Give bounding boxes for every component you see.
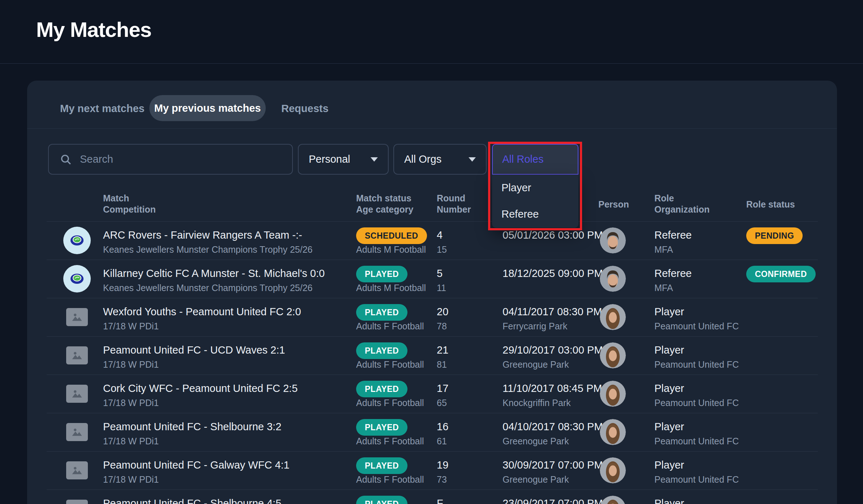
role: Player: [654, 459, 684, 471]
match-competition: Keanes Jewellers Munster Champions Troph…: [103, 283, 312, 293]
match-date: 30/09/2017 07:00 PM: [503, 459, 603, 471]
club-logo: [63, 265, 91, 292]
match-status-badge: SCHEDULED: [356, 227, 427, 244]
match-status-badge: PLAYED: [356, 266, 407, 282]
match-number: 81: [437, 359, 447, 370]
match-status-badge: PLAYED: [356, 342, 407, 359]
image-placeholder-icon: [66, 308, 88, 326]
match-competition: 17/18 W PDi1: [103, 321, 159, 332]
match-competition: 17/18 W PDi1: [103, 359, 159, 370]
match-competition: 17/18 W PDi1: [103, 436, 159, 447]
tab-my-next-matches[interactable]: My next matches: [60, 97, 145, 120]
match-title: Peamount United FC - Shelbourne 4:5: [103, 497, 281, 504]
role: Player: [654, 497, 684, 504]
age-category: Adults M Football: [356, 244, 426, 255]
role-select-menu: Player Referee: [492, 175, 578, 228]
role: Player: [654, 383, 684, 394]
role-organization: Peamount United FC: [654, 436, 739, 447]
venue: Greenogue Park: [503, 474, 569, 485]
search-icon: [60, 153, 72, 166]
column-header-match-status: Match status Age category: [356, 193, 413, 215]
match-title: Cork City WFC - Peamount United FC 2:5: [103, 383, 298, 394]
role-organization: Peamount United FC: [654, 474, 739, 485]
match-title: Peamount United FC - Shelbourne 3:2: [103, 421, 281, 433]
image-placeholder-icon: [66, 423, 88, 441]
chevron-down-icon: [371, 157, 378, 162]
match-number: 78: [437, 321, 447, 332]
context-select[interactable]: Personal: [298, 144, 389, 175]
age-category: Adults F Football: [356, 474, 424, 485]
role-select[interactable]: All Roles: [492, 144, 578, 175]
match-date: 04/10/2017 08:30 PM: [503, 421, 603, 433]
column-header-role: Role Organization: [654, 193, 710, 215]
page-title: My Matches: [36, 17, 151, 42]
tab-my-previous-matches[interactable]: My previous matches: [149, 95, 266, 121]
match-number: 73: [437, 474, 447, 485]
table-row[interactable]: Wexford Youths - Peamount United FC 2:0 …: [47, 298, 818, 336]
search-input[interactable]: [79, 153, 283, 166]
table-row[interactable]: Peamount United FC - UCD Waves 2:1 17/18…: [47, 336, 818, 375]
image-placeholder-icon: [66, 500, 88, 504]
role: Player: [654, 344, 684, 356]
match-number: 65: [437, 398, 447, 408]
match-competition: 17/18 W PDi1: [103, 398, 159, 408]
match-date: 18/12/2025 09:00 PM: [503, 268, 603, 279]
person-avatar: [600, 266, 626, 292]
person-avatar: [600, 496, 626, 504]
match-title: Peamount United FC - Galway WFC 4:1: [103, 459, 290, 471]
round: 5: [437, 268, 443, 279]
venue: Greenogue Park: [503, 359, 569, 370]
column-header-person: Person: [598, 199, 629, 210]
role-option-referee[interactable]: Referee: [492, 201, 578, 227]
round: 20: [437, 306, 448, 318]
person-avatar: [600, 304, 626, 330]
tabs-divider: [27, 128, 837, 129]
person-avatar: [600, 342, 626, 368]
image-placeholder-icon: [66, 346, 88, 364]
round: F: [437, 497, 443, 504]
table-row[interactable]: Peamount United FC - Shelbourne 4:5 PLAY…: [47, 490, 818, 504]
person-avatar: [600, 227, 626, 253]
venue: Greenogue Park: [503, 436, 569, 447]
match-title: Wexford Youths - Peamount United FC 2:0: [103, 306, 301, 318]
role-organization: Peamount United FC: [654, 359, 739, 370]
match-date: 23/09/2017 07:00 PM: [503, 497, 603, 504]
venue: Ferrycarrig Park: [503, 321, 567, 332]
table-row[interactable]: ARC Rovers - Fairview Rangers A Team -:-…: [47, 221, 818, 260]
table-row[interactable]: Peamount United FC - Galway WFC 4:1 17/1…: [47, 451, 818, 490]
table-row[interactable]: Killarney Celtic FC A Munster - St. Mich…: [47, 260, 818, 298]
search-box[interactable]: [48, 144, 293, 175]
match-date: 05/01/2026 03:00 PM: [503, 229, 603, 241]
matches-table: ARC Rovers - Fairview Rangers A Team -:-…: [47, 221, 818, 504]
tab-requests[interactable]: Requests: [281, 97, 329, 120]
age-category: Adults F Football: [356, 321, 424, 332]
match-date: 29/10/2017 03:00 PM: [503, 344, 603, 356]
my-matches-page: My Matches My next matches My previous m…: [0, 0, 863, 504]
org-select[interactable]: All Orgs: [393, 144, 487, 175]
image-placeholder-icon: [66, 461, 88, 479]
role: Player: [654, 306, 684, 318]
round: 19: [437, 459, 448, 471]
match-date: 04/11/2017 08:30 PM: [503, 306, 602, 318]
age-category: Adults F Football: [356, 398, 424, 408]
person-avatar: [600, 457, 626, 483]
match-status-badge: PLAYED: [356, 304, 407, 321]
role-option-player[interactable]: Player: [492, 175, 578, 201]
match-number: 11: [437, 283, 446, 293]
round: 16: [437, 421, 448, 433]
image-placeholder-icon: [66, 385, 88, 403]
table-row[interactable]: Peamount United FC - Shelbourne 3:2 17/1…: [47, 413, 818, 451]
match-competition: 17/18 W PDi1: [103, 474, 159, 485]
role-organization: MFA: [654, 244, 673, 255]
role: Referee: [654, 229, 692, 241]
table-row[interactable]: Cork City WFC - Peamount United FC 2:5 1…: [47, 375, 818, 413]
person-avatar: [600, 419, 626, 445]
role-organization: MFA: [654, 283, 673, 293]
column-header-match: Match Competition: [103, 193, 156, 215]
round: 4: [437, 229, 443, 241]
org-select-value: All Orgs: [404, 153, 441, 165]
match-status-badge: PLAYED: [356, 419, 407, 436]
role: Player: [654, 421, 684, 433]
role-organization: Peamount United FC: [654, 398, 739, 408]
match-date: 11/10/2017 08:45 PM: [503, 383, 602, 394]
